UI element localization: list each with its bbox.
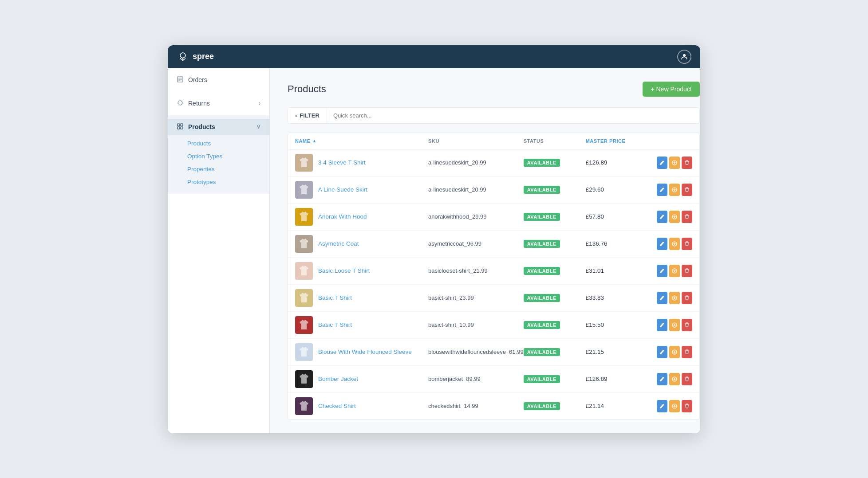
sidebar-item-properties[interactable]: Properties <box>168 163 269 176</box>
spree-icon <box>177 51 189 63</box>
user-avatar[interactable] <box>677 50 691 64</box>
col-name-label: NAME <box>295 138 311 144</box>
table-row: Anorak With Hood anorakwithhood_29.99 AV… <box>288 204 699 231</box>
filter-button[interactable]: › FILTER <box>288 108 327 123</box>
product-name-cell: Blouse With Wide Flounced Sleeve <box>295 343 428 361</box>
copy-button[interactable] <box>669 400 680 412</box>
product-name-link[interactable]: Blouse With Wide Flounced Sleeve <box>318 349 412 355</box>
product-name-link[interactable]: Checked Shirt <box>318 403 356 409</box>
delete-button[interactable] <box>682 346 692 358</box>
sidebar-item-orders[interactable]: Orders <box>168 72 269 88</box>
svg-rect-9 <box>181 127 183 129</box>
copy-button[interactable] <box>669 292 680 304</box>
product-name-link[interactable]: Basic T Shirt <box>318 321 352 328</box>
sort-arrow-icon: ▲ <box>312 138 317 143</box>
copy-button[interactable] <box>669 346 680 358</box>
col-header-status[interactable]: STATUS <box>524 138 586 144</box>
product-name-link[interactable]: Anorak With Hood <box>318 213 367 220</box>
product-name-cell: 3 4 Sleeve T Shirt <box>295 154 428 172</box>
product-name-link[interactable]: Bomber Jacket <box>318 376 358 382</box>
edit-button[interactable] <box>657 157 667 169</box>
product-actions <box>657 184 692 196</box>
edit-button[interactable] <box>657 211 667 223</box>
delete-button[interactable] <box>682 265 692 277</box>
sidebar-item-products-header[interactable]: Products ∨ <box>168 119 269 135</box>
table-row: Basic T Shirt basict-shirt_10.99 AVAILAB… <box>288 312 699 339</box>
svg-rect-7 <box>181 124 183 126</box>
product-sku: checkedshirt_14.99 <box>428 403 524 409</box>
product-actions <box>657 265 692 277</box>
delete-button[interactable] <box>682 319 692 331</box>
product-price: £57.80 <box>586 213 657 220</box>
product-name-link[interactable]: 3 4 Sleeve T Shirt <box>318 159 366 166</box>
status-badge: AVAILABLE <box>524 213 560 221</box>
edit-button[interactable] <box>657 373 667 385</box>
edit-button[interactable] <box>657 184 667 196</box>
table-row: Bomber Jacket bomberjacket_89.99 AVAILAB… <box>288 366 699 393</box>
col-status-label: STATUS <box>524 138 544 144</box>
product-name-link[interactable]: Basic T Shirt <box>318 294 352 301</box>
edit-button[interactable] <box>657 346 667 358</box>
product-thumbnail <box>295 262 313 280</box>
search-input[interactable] <box>327 108 699 123</box>
edit-button[interactable] <box>657 265 667 277</box>
product-name-link[interactable]: A Line Suede Skirt <box>318 186 367 193</box>
product-actions <box>657 373 692 385</box>
sidebar: Orders Returns › <box>168 68 270 433</box>
new-product-button[interactable]: + New Product <box>643 82 699 97</box>
edit-button[interactable] <box>657 319 667 331</box>
col-header-sku[interactable]: SKU <box>428 138 524 144</box>
edit-button[interactable] <box>657 400 667 412</box>
status-badge: AVAILABLE <box>524 348 560 356</box>
filter-label: FILTER <box>300 112 320 119</box>
product-sku: basict-shirt_10.99 <box>428 321 524 328</box>
product-status: AVAILABLE <box>524 212 586 221</box>
product-price: £21.15 <box>586 349 657 355</box>
delete-button[interactable] <box>682 184 692 196</box>
table-header: NAME ▲ SKU STATUS MASTER PRICE <box>288 133 699 149</box>
sidebar-item-products[interactable]: Products <box>168 137 269 150</box>
sidebar-item-prototypes[interactable]: Prototypes <box>168 176 269 188</box>
table-row: Checked Shirt checkedshirt_14.99 AVAILAB… <box>288 393 699 419</box>
orders-label: Orders <box>188 76 207 83</box>
product-sku: asymetriccoat_96.99 <box>428 240 524 247</box>
product-name-cell: Anorak With Hood <box>295 208 428 226</box>
product-status: AVAILABLE <box>524 185 586 194</box>
delete-button[interactable] <box>682 238 692 250</box>
products-chevron: ∨ <box>256 124 260 130</box>
product-status: AVAILABLE <box>524 375 586 383</box>
sidebar-item-returns[interactable]: Returns › <box>168 95 269 112</box>
page-title: Products <box>288 83 326 95</box>
copy-button[interactable] <box>669 373 680 385</box>
delete-button[interactable] <box>682 373 692 385</box>
copy-button[interactable] <box>669 157 680 169</box>
svg-point-0 <box>182 59 184 61</box>
col-header-price[interactable]: MASTER PRICE <box>586 138 657 144</box>
edit-button[interactable] <box>657 238 667 250</box>
copy-button[interactable] <box>669 238 680 250</box>
product-actions <box>657 292 692 304</box>
copy-button[interactable] <box>669 319 680 331</box>
col-price-label: MASTER PRICE <box>586 138 626 144</box>
product-price: £33.83 <box>586 294 657 301</box>
product-status: AVAILABLE <box>524 348 586 356</box>
copy-button[interactable] <box>669 184 680 196</box>
products-table: NAME ▲ SKU STATUS MASTER PRICE <box>288 133 700 420</box>
delete-button[interactable] <box>682 157 692 169</box>
delete-button[interactable] <box>682 400 692 412</box>
product-name-link[interactable]: Asymetric Coat <box>318 240 359 247</box>
copy-button[interactable] <box>669 265 680 277</box>
col-header-name[interactable]: NAME ▲ <box>295 138 428 144</box>
edit-button[interactable] <box>657 292 667 304</box>
product-name-link[interactable]: Basic Loose T Shirt <box>318 267 370 274</box>
product-price: £29.60 <box>586 186 657 193</box>
status-badge: AVAILABLE <box>524 375 560 383</box>
sidebar-section-products: Products ∨ Products Option Types Propert… <box>168 115 269 194</box>
product-status: AVAILABLE <box>524 402 586 410</box>
sidebar-item-option-types[interactable]: Option Types <box>168 150 269 163</box>
product-thumbnail <box>295 397 313 415</box>
product-price: £126.89 <box>586 159 657 166</box>
copy-button[interactable] <box>669 211 680 223</box>
delete-button[interactable] <box>682 292 692 304</box>
delete-button[interactable] <box>682 211 692 223</box>
